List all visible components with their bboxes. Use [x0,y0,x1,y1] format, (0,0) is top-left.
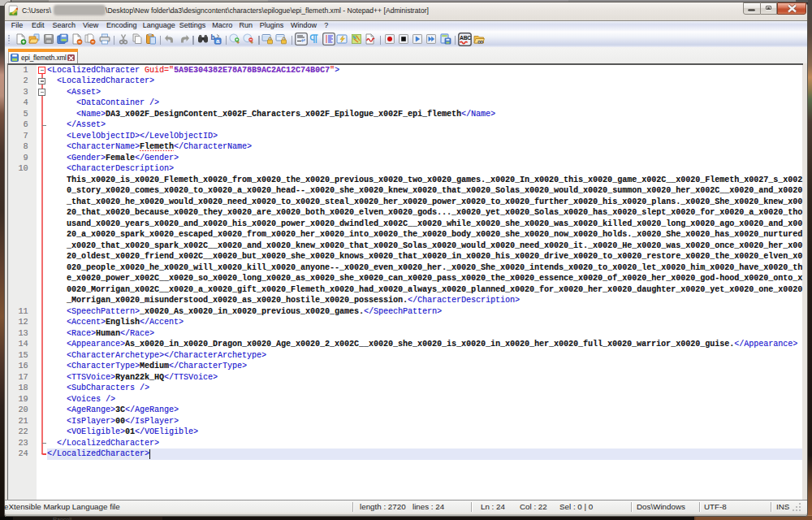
svg-text:a: a [216,37,220,45]
svg-text:ABC: ABC [460,35,471,41]
